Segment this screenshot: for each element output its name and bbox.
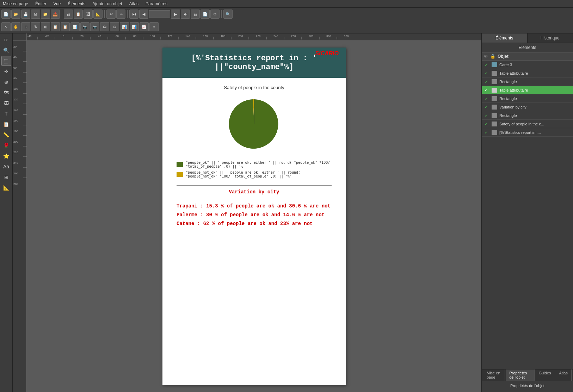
bottom-tab-proprietes[interactable]: Propriétés de l'objet (506, 369, 534, 381)
pie-container (170, 96, 339, 152)
svg-text:260: 260 (13, 172, 18, 175)
atlas-first-button[interactable]: ⏮ (129, 10, 138, 19)
svg-text:240: 240 (273, 35, 278, 38)
redo-button[interactable]: ↪ (116, 10, 125, 19)
open-button[interactable]: 📂 (11, 10, 20, 19)
print-preview-button[interactable]: 🖨 (64, 10, 73, 19)
canvas-area[interactable]: -40 -20 0 20 40 60 80 100 (13, 33, 481, 392)
refresh-button[interactable]: ↻ (31, 22, 40, 31)
page-content: Safety of people in the county (162, 78, 346, 236)
svg-text:300: 300 (326, 35, 331, 38)
print-button[interactable]: 🖨 (191, 10, 200, 19)
svg-text:140: 140 (185, 35, 190, 38)
add-picture-tool[interactable]: 🖼 (1, 98, 11, 108)
layer-item-8[interactable]: ✓ [%'Statistics report in :... (482, 128, 573, 137)
layer-item-4[interactable]: ✓ Rectangle (482, 94, 573, 103)
save-button[interactable]: 💾 (21, 10, 30, 19)
stat-line-2: Palerme : 30 % of people are ok and 14.6… (177, 211, 332, 219)
pan-tool[interactable]: ⊕ (1, 77, 11, 87)
atlas-page-input[interactable] (149, 10, 170, 18)
add-shape-tool[interactable]: ⭐ (1, 151, 11, 161)
new-button[interactable]: 📄 (1, 10, 11, 19)
page: SICARIO [%'Statistics report in : ' ||"c… (162, 48, 346, 385)
panel-bottom-tabs: Mise en page Propriétés de l'objet Guide… (482, 369, 573, 381)
add-legend-tool[interactable]: 📋 (1, 119, 11, 129)
menu-atlas[interactable]: Atlas (128, 1, 140, 7)
zoom-button[interactable]: 🔍 (223, 10, 233, 19)
btn-d[interactable]: 📊 (70, 22, 80, 31)
btn-b[interactable]: 📋 (51, 22, 60, 31)
layer-check-3: ✓ (485, 88, 489, 93)
image-button[interactable]: 🖼 (84, 10, 93, 19)
atlas-next-button[interactable]: ▶ (171, 10, 180, 19)
btn-f[interactable]: 📷 (90, 22, 99, 31)
properties-area: Propriétés de l'objet (482, 381, 573, 392)
layer-item-5[interactable]: ✓ Variation by city (482, 103, 573, 111)
layer-item-3[interactable]: ✓ Table attributaire (482, 86, 573, 94)
menu-ajouter-objet[interactable]: Ajouter un objet (91, 1, 123, 7)
btn-a[interactable]: ⊞ (41, 22, 50, 31)
layer-item-1[interactable]: ✓ Table attributaire (482, 69, 573, 77)
horizontal-ruler: -40 -20 0 20 40 60 80 100 (27, 33, 481, 41)
layer-item-0[interactable]: ✓ Carte 3 (482, 61, 573, 69)
pointer-button[interactable]: ↖ (1, 22, 11, 31)
undo-button[interactable]: ↩ (106, 10, 116, 19)
tool-b[interactable]: ⊞ (1, 172, 11, 182)
pdf-button[interactable]: 📋 (74, 10, 83, 19)
btn-e[interactable]: 📷 (80, 22, 90, 31)
tool-c[interactable]: 📐 (1, 183, 11, 193)
zoom-in-button[interactable]: ⊕ (21, 22, 30, 31)
export-button[interactable]: 📤 (51, 10, 60, 19)
panel-spacer (482, 137, 573, 369)
layer-item-2[interactable]: ✓ Rectangle (482, 77, 573, 86)
hand-button[interactable]: ✋ (11, 22, 20, 31)
svg-text:280: 280 (309, 35, 314, 38)
tool-a[interactable]: Aа (1, 162, 11, 172)
menu-parametres[interactable]: Paramètres (144, 1, 169, 7)
canvas-scroll[interactable]: SICARIO [%'Statistics report in : ' ||"c… (27, 41, 481, 392)
cursor-tool[interactable]: ☞ (1, 35, 11, 45)
layer-check-6: ✓ (485, 113, 489, 118)
settings-button[interactable]: ⚙ (210, 10, 220, 19)
menu-mise-en-page[interactable]: Mise en page (1, 1, 30, 7)
zoom-tool[interactable]: 🔍 (1, 45, 11, 55)
bottom-tab-guides[interactable]: Guides (535, 369, 555, 381)
folder-button[interactable]: 📁 (41, 10, 50, 19)
btn-c[interactable]: 📋 (61, 22, 70, 31)
atlas-prev-button[interactable]: ◀ (139, 10, 148, 19)
select-tool[interactable]: ⬚ (1, 56, 11, 66)
separator-1 (62, 10, 62, 18)
svg-text:220: 220 (256, 35, 261, 38)
add-map-tool[interactable]: 🗺 (1, 88, 11, 98)
svg-button[interactable]: 📐 (93, 10, 103, 19)
menu-elements[interactable]: Éléments (66, 1, 87, 7)
layer-item-6[interactable]: ✓ Rectangle (482, 111, 573, 120)
atlas-last-button[interactable]: ⏭ (181, 10, 190, 19)
export-pdf-button[interactable]: 📄 (201, 10, 210, 19)
menu-vue[interactable]: Vue (52, 1, 62, 7)
bottom-tab-mise-en-page[interactable]: Mise en page (483, 369, 505, 381)
add-chart-tool[interactable]: 🌹 (1, 141, 11, 150)
svg-text:140: 140 (13, 108, 18, 112)
layer-item-7[interactable]: ✓ Safety of people in the c... (482, 120, 573, 128)
tab-elements[interactable]: Éléments (482, 33, 528, 43)
move-tool[interactable]: ✛ (1, 67, 11, 76)
btn-i[interactable]: 📊 (120, 22, 129, 31)
layer-icon-0 (492, 62, 497, 67)
btn-g[interactable]: 🗂 (100, 22, 109, 31)
legend-text-2: "people_not_ok" || ' people are ok, eith… (186, 170, 332, 178)
menu-editer[interactable]: Éditer (34, 1, 48, 7)
add-text-tool[interactable]: T (1, 109, 11, 119)
lock-icon: 🔒 (490, 54, 495, 59)
menu-bar: Mise en page Éditer Vue Éléments Ajouter… (0, 0, 573, 8)
btn-l[interactable]: ⌖ (149, 22, 159, 31)
layer-name-1: Table attributaire (499, 71, 570, 75)
save-as-button[interactable]: 🖫 (31, 10, 40, 19)
btn-j[interactable]: 📊 (130, 22, 139, 31)
btn-h[interactable]: 🗂 (110, 22, 119, 31)
btn-k[interactable]: 📈 (140, 22, 149, 31)
tab-history[interactable]: Historique (528, 33, 573, 43)
add-scale-tool[interactable]: 📏 (1, 130, 11, 140)
bottom-tab-atlas[interactable]: Atlas (556, 369, 572, 381)
layer-icon-6 (492, 113, 497, 118)
